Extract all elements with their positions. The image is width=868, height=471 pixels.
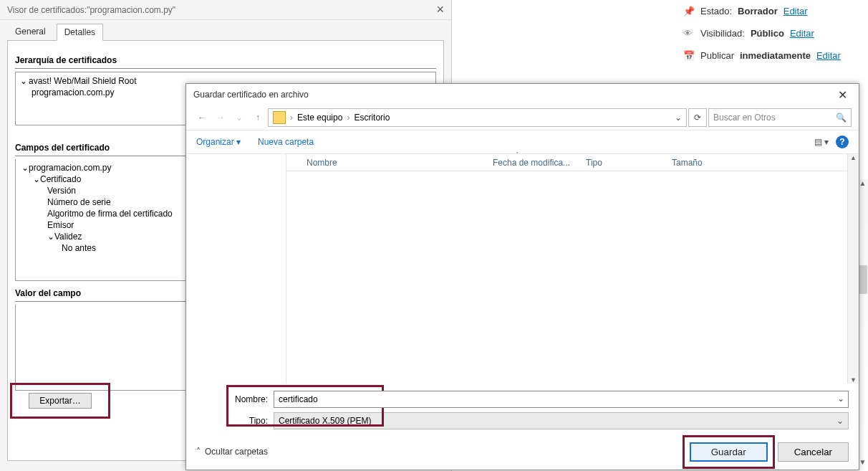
- col-header-date[interactable]: Fecha de modifica...: [487, 158, 580, 168]
- dialog-close-icon[interactable]: ✕: [834, 88, 852, 102]
- dialog-action-row: ˄ Ocultar carpetas Guardar Cancelar: [186, 434, 859, 470]
- visibility-edit-link[interactable]: Editar: [790, 28, 814, 39]
- export-highlight: Exportar…: [10, 383, 110, 419]
- sort-indicator-icon: ˄: [516, 151, 519, 158]
- status-edit-link[interactable]: Editar: [783, 6, 808, 16]
- publish-visibility-row: 👁 Visibilidad: Público Editar: [675, 22, 868, 44]
- organize-menu[interactable]: Organizar ▾: [196, 137, 241, 147]
- filename-input[interactable]: [274, 391, 849, 408]
- search-input-wrapper[interactable]: Buscar en Otros 🔍: [708, 108, 852, 127]
- pin-icon: 📌: [683, 6, 695, 16]
- cert-viewer-title: Visor de certificados:"programacion.com.…: [7, 5, 175, 15]
- eye-icon: 👁: [683, 28, 695, 39]
- nav-up-icon[interactable]: ↑: [249, 109, 266, 126]
- cert-tabs: General Detalles: [0, 20, 451, 40]
- calendar-icon: 📅: [683, 50, 695, 61]
- visibility-value: Público: [751, 28, 784, 39]
- cert-viewer-titlebar: Visor de certificados:"programacion.com.…: [0, 0, 451, 20]
- chevron-right-icon: ›: [290, 113, 293, 123]
- breadcrumb-bar[interactable]: › Este equipo › Escritorio ⌄: [268, 108, 687, 127]
- status-value: Borrador: [738, 6, 778, 16]
- filetype-label: Tipo:: [229, 416, 274, 426]
- breadcrumb-root[interactable]: Este equipo: [297, 113, 342, 123]
- column-headers: Nombre Fecha de modifica... Tipo Tamaño: [286, 154, 859, 171]
- search-icon[interactable]: 🔍: [836, 113, 847, 123]
- chevron-right-icon: ›: [347, 113, 349, 123]
- save-form: Nombre: ⌄ Tipo: Certificado X.509 (PEM) …: [186, 384, 859, 434]
- chevron-down-icon: ⌄: [20, 76, 27, 86]
- filetype-combobox[interactable]: Certificado X.509 (PEM) ⌄: [274, 412, 849, 429]
- tab-details[interactable]: Detalles: [57, 24, 103, 41]
- schedule-label: Publicar: [700, 50, 734, 61]
- nav-forward-icon: →: [212, 109, 229, 126]
- chevron-down-icon[interactable]: ⌄: [837, 394, 844, 404]
- file-list-pane[interactable]: ˄ Nombre Fecha de modifica... Tipo Tamañ…: [286, 154, 859, 384]
- scroll-thumb[interactable]: [859, 265, 867, 294]
- filetype-row: Tipo: Certificado X.509 (PEM) ⌄: [229, 412, 849, 429]
- file-list-scrollbar[interactable]: ▲ ▼: [847, 154, 859, 384]
- save-highlight-wrapper: Guardar: [690, 442, 768, 462]
- search-placeholder: Buscar en Otros: [713, 113, 776, 123]
- hierarchy-label: Jerarquía de certificados: [15, 48, 436, 69]
- hide-folders-toggle[interactable]: ˄ Ocultar carpetas: [196, 447, 268, 457]
- file-browser-area: ˄ Nombre Fecha de modifica... Tipo Tamañ…: [186, 154, 859, 384]
- visibility-label: Visibilidad:: [700, 28, 745, 39]
- refresh-icon[interactable]: ⟳: [688, 108, 707, 127]
- dialog-toolbar: Organizar ▾ Nueva carpeta ▤ ▾ ?: [186, 130, 859, 154]
- cancel-button[interactable]: Cancelar: [778, 442, 849, 462]
- publish-schedule-row: 📅 Publicar inmediatamente Editar: [675, 44, 868, 67]
- new-folder-button[interactable]: Nueva carpeta: [258, 137, 314, 147]
- col-header-name[interactable]: Nombre: [301, 158, 487, 168]
- nav-row: ← → ⌄ ↑ › Este equipo › Escritorio ⌄ ⟳ B…: [186, 105, 859, 130]
- chevron-down-icon[interactable]: ⌄: [675, 113, 682, 123]
- close-icon[interactable]: ×: [436, 2, 444, 17]
- nav-back-icon[interactable]: ←: [193, 109, 211, 126]
- view-options-icon[interactable]: ▤ ▾: [814, 137, 829, 147]
- tab-general[interactable]: General: [7, 23, 54, 40]
- folder-icon: [273, 111, 286, 124]
- filename-row: Nombre: ⌄: [229, 391, 849, 408]
- nav-recent-icon[interactable]: ⌄: [231, 109, 248, 126]
- chevron-down-icon: ⌄: [836, 416, 844, 426]
- schedule-value: inmediatamente: [740, 50, 811, 61]
- col-header-type[interactable]: Tipo: [580, 158, 666, 168]
- status-label: Estado:: [700, 6, 732, 16]
- col-header-size[interactable]: Tamaño: [666, 158, 723, 168]
- nav-tree-pane[interactable]: [186, 154, 286, 384]
- scroll-down-icon[interactable]: ▼: [848, 376, 859, 384]
- breadcrumb-leaf[interactable]: Escritorio: [354, 113, 390, 123]
- publish-status-row: 📌 Estado: Borrador Editar: [675, 0, 868, 22]
- chevron-up-icon: ˄: [196, 447, 201, 457]
- save-as-dialog: Guardar certificado en archivo ✕ ← → ⌄ ↑…: [185, 83, 859, 470]
- scroll-up-icon[interactable]: ▲: [848, 154, 859, 161]
- export-button[interactable]: Exportar…: [29, 393, 91, 409]
- dialog-title: Guardar certificado en archivo: [193, 90, 309, 100]
- help-icon[interactable]: ?: [836, 135, 849, 148]
- filename-label: Nombre:: [229, 394, 274, 404]
- schedule-edit-link[interactable]: Editar: [816, 50, 841, 61]
- dialog-titlebar: Guardar certificado en archivo ✕: [186, 84, 859, 105]
- filetype-value: Certificado X.509 (PEM): [279, 416, 836, 426]
- save-button[interactable]: Guardar: [690, 442, 768, 462]
